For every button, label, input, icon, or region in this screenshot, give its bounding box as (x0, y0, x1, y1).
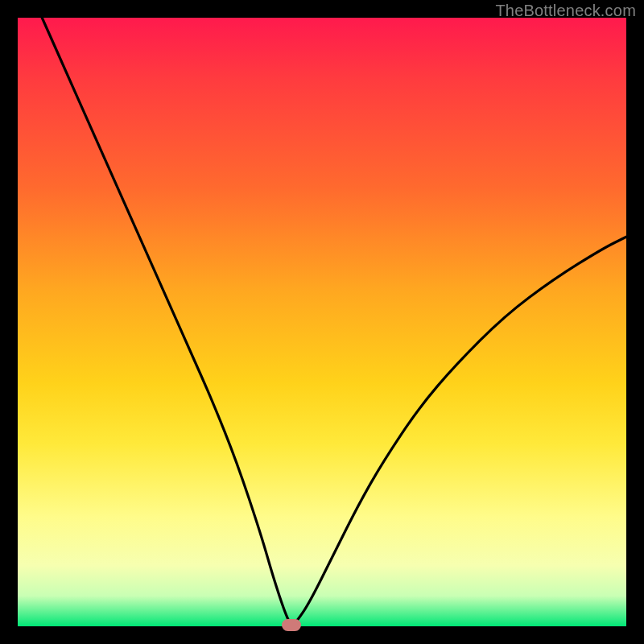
chart-frame: TheBottleneck.com (0, 0, 644, 644)
optimum-marker (282, 619, 301, 631)
bottleneck-curve (18, 18, 626, 626)
plot-area (18, 18, 626, 626)
